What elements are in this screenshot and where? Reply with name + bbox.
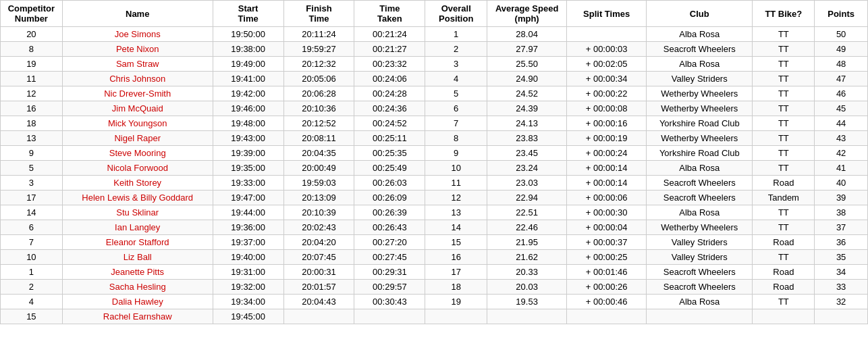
cell-points: 43 [815, 131, 868, 146]
table-row: 5Nicola Forwood19:35:0020:00:4900:25:491… [1, 161, 868, 176]
cell-club: Valley Striders [647, 250, 753, 265]
cell-name: Rachel Earnshaw [62, 309, 213, 324]
cell-name: Eleanor Stafford [62, 235, 213, 250]
cell-time_taken: 00:25:35 [354, 146, 425, 161]
cell-split_times: + 00:00:19 [567, 131, 647, 146]
cell-tt_bike: Road [753, 176, 815, 190]
header-row: CompetitorNumber Name StartTime FinishTi… [1, 1, 868, 27]
cell-tt_bike: TT [753, 57, 815, 72]
cell-average_speed: 23.83 [487, 131, 567, 146]
cell-overall_position: 5 [425, 86, 487, 101]
cell-time_taken: 00:29:31 [354, 265, 425, 280]
cell-tt_bike: Tandem [753, 190, 815, 205]
cell-name: Joe Simons [62, 27, 213, 42]
cell-tt_bike: Road [753, 280, 815, 295]
cell-finish_time: 19:59:03 [283, 176, 354, 190]
table-row: 14Stu Sklinar19:44:0020:10:3900:26:39132… [1, 205, 868, 220]
cell-start_time: 19:35:00 [213, 161, 283, 176]
header-tt-bike: TT Bike? [753, 1, 815, 27]
cell-competitor_number: 20 [1, 27, 63, 42]
cell-average_speed: 20.03 [487, 280, 567, 295]
cell-start_time: 19:40:00 [213, 250, 283, 265]
cell-overall_position: 16 [425, 250, 487, 265]
cell-overall_position: 4 [425, 72, 487, 86]
cell-competitor_number: 8 [1, 42, 63, 57]
cell-competitor_number: 10 [1, 250, 63, 265]
table-row: 18Mick Youngson19:48:0020:12:5200:24:527… [1, 116, 868, 131]
cell-time_taken: 00:29:57 [354, 280, 425, 295]
cell-name: Stu Sklinar [62, 205, 213, 220]
cell-split_times: + 00:00:24 [567, 146, 647, 161]
cell-name: Steve Mooring [62, 146, 213, 161]
cell-competitor_number: 9 [1, 146, 63, 161]
cell-split_times [567, 27, 647, 42]
cell-name: Liz Ball [62, 250, 213, 265]
cell-tt_bike: TT [753, 146, 815, 161]
cell-split_times: + 00:00:26 [567, 280, 647, 295]
cell-competitor_number: 3 [1, 176, 63, 190]
cell-points: 44 [815, 116, 868, 131]
cell-split_times: + 00:00:37 [567, 235, 647, 250]
cell-tt_bike [753, 309, 815, 324]
cell-average_speed [487, 309, 567, 324]
cell-competitor_number: 15 [1, 309, 63, 324]
cell-name: Nic Drever-Smith [62, 86, 213, 101]
cell-overall_position: 3 [425, 57, 487, 72]
cell-finish_time: 20:02:43 [283, 220, 354, 235]
cell-finish_time: 20:11:24 [283, 27, 354, 42]
cell-points: 47 [815, 72, 868, 86]
cell-points: 42 [815, 146, 868, 161]
cell-split_times: + 00:00:08 [567, 101, 647, 116]
cell-tt_bike: TT [753, 27, 815, 42]
cell-start_time: 19:49:00 [213, 57, 283, 72]
header-finish-time: FinishTime [283, 1, 354, 27]
cell-time_taken: 00:23:32 [354, 57, 425, 72]
cell-name: Pete Nixon [62, 42, 213, 57]
table-row: 11Chris Johnson19:41:0020:05:0600:24:064… [1, 72, 868, 86]
cell-points: 48 [815, 57, 868, 72]
cell-overall_position: 12 [425, 190, 487, 205]
cell-points: 39 [815, 190, 868, 205]
table-row: 13Nigel Raper19:43:0020:08:1100:25:11823… [1, 131, 868, 146]
cell-points: 50 [815, 27, 868, 42]
cell-overall_position: 7 [425, 116, 487, 131]
cell-points: 36 [815, 235, 868, 250]
cell-split_times: + 00:00:22 [567, 86, 647, 101]
cell-split_times: + 00:00:14 [567, 176, 647, 190]
cell-overall_position: 19 [425, 295, 487, 309]
cell-finish_time: 20:01:57 [283, 280, 354, 295]
cell-average_speed: 28.04 [487, 27, 567, 42]
cell-name: Helen Lewis & Billy Goddard [62, 190, 213, 205]
cell-finish_time: 19:59:27 [283, 42, 354, 57]
cell-time_taken: 00:30:43 [354, 295, 425, 309]
header-club: Club [647, 1, 753, 27]
cell-start_time: 19:43:00 [213, 131, 283, 146]
cell-split_times: + 00:00:25 [567, 250, 647, 265]
header-average-speed: Average Speed(mph) [487, 1, 567, 27]
cell-points: 34 [815, 265, 868, 280]
cell-average_speed: 21.62 [487, 250, 567, 265]
cell-time_taken: 00:21:27 [354, 42, 425, 57]
cell-competitor_number: 6 [1, 220, 63, 235]
cell-split_times: + 00:00:06 [567, 190, 647, 205]
cell-overall_position: 10 [425, 161, 487, 176]
cell-average_speed: 19.53 [487, 295, 567, 309]
cell-points: 38 [815, 205, 868, 220]
cell-start_time: 19:42:00 [213, 86, 283, 101]
cell-average_speed: 23.24 [487, 161, 567, 176]
cell-overall_position: 11 [425, 176, 487, 190]
cell-points: 45 [815, 101, 868, 116]
cell-tt_bike: TT [753, 205, 815, 220]
cell-time_taken: 00:26:39 [354, 205, 425, 220]
cell-points: 40 [815, 176, 868, 190]
cell-finish_time: 20:04:20 [283, 235, 354, 250]
cell-split_times: + 00:00:34 [567, 72, 647, 86]
cell-points: 41 [815, 161, 868, 176]
cell-points: 37 [815, 220, 868, 235]
cell-competitor_number: 14 [1, 205, 63, 220]
cell-club: Wetherby Wheelers [647, 131, 753, 146]
cell-average_speed: 24.52 [487, 86, 567, 101]
cell-split_times: + 00:00:16 [567, 116, 647, 131]
cell-start_time: 19:47:00 [213, 190, 283, 205]
cell-overall_position: 15 [425, 235, 487, 250]
